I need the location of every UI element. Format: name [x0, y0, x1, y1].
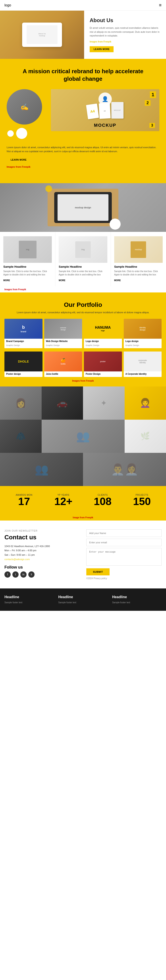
navbar: logo ≡	[0, 0, 166, 11]
sample-card-text-3: Sample link. Click to enter the text box…	[114, 270, 163, 276]
portfolio-section: Our Portfolio Lorem ipsum dolor sit amet…	[0, 293, 166, 387]
person-badge: 👤	[99, 92, 112, 106]
follow-label: Follow us	[5, 565, 80, 570]
about-image: About Usmockup	[0, 11, 84, 59]
mockup-card-3: MOCKUP	[111, 102, 123, 119]
portfolio-info-3: Logo design Graphic Design	[84, 339, 122, 348]
contact-message-input[interactable]	[86, 548, 161, 566]
stat-value-4: 150	[123, 496, 161, 507]
contact-title: Contact us	[5, 534, 80, 541]
portfolio-img-3: HANUMA logo	[84, 319, 122, 339]
portfolio-title-8: A Corporate Identity	[126, 373, 160, 375]
contact-left: JOIN OUR NEWSLETTER Contact us 1043-52 H…	[5, 530, 80, 580]
contact-email[interactable]: contacts@adesign.com	[5, 558, 30, 560]
circle-deco-samples	[110, 219, 121, 230]
contact-email-input[interactable]	[86, 539, 161, 546]
footer-text-2: Sample footer text	[58, 601, 108, 604]
portfolio-item-8[interactable]: corporateidentity A Corporate Identity	[124, 352, 162, 377]
portfolio-item-2[interactable]: websitedesign Web Design Website Graphic…	[44, 319, 82, 348]
portfolio-info-1: Brand Campaign Graphic Design	[5, 339, 43, 348]
mockup-number-3: 3	[149, 123, 155, 128]
stat-item-1: AWARDS WON 17	[5, 490, 44, 510]
address-line1: 1043-52 Hawthorn Avenue, L2Y 416-1900	[5, 544, 80, 549]
social-icons: f t in li	[5, 571, 80, 578]
stats-credit: Image from Freepik	[0, 515, 166, 520]
facebook-icon[interactable]: f	[5, 571, 11, 578]
samples-section: mockup design img Sample Headline Sample…	[0, 183, 166, 293]
portfolio-item-5[interactable]: DHOLE Poster design	[5, 352, 43, 377]
sample-card-text-2: Sample link. Click to enter the text box…	[59, 270, 107, 276]
footer-col-3: Headline Sample footer text	[112, 595, 161, 604]
sample-card-text-1: Sample link. Click to enter the text box…	[3, 270, 52, 276]
mission-round-image: ✍	[6, 89, 42, 124]
address-line2: Mon – Fri: 9:00 am – 4:00 pm	[5, 549, 80, 553]
contact-form: SUBMIT ©2024 Privacy policy	[86, 530, 161, 580]
portfolio-title-2: Web Design Website	[46, 340, 81, 342]
portfolio-img-2: websitedesign	[44, 319, 82, 339]
contact-name-input[interactable]	[86, 530, 161, 537]
contact-address: 1043-52 Hawthorn Avenue, L2Y 416-1900 Mo…	[5, 544, 80, 562]
about-section: About Usmockup About Us Et amet volutit …	[0, 11, 166, 59]
mission-credit: Images from Freepik	[6, 165, 160, 169]
mission-learn-more-button[interactable]: LEARN MORE	[6, 157, 30, 163]
mockup-card-1: A4	[86, 103, 99, 119]
photo-cell-7: 🌿	[124, 420, 166, 453]
portfolio-title-6: Juice bottle	[46, 373, 81, 375]
portfolio-item-1[interactable]: b brand Brand Campaign Graphic Design	[5, 319, 43, 348]
about-learn-more-button[interactable]: LEARN MORE	[89, 46, 113, 52]
photo-cell-9: 👨‍💼👩‍💼	[83, 453, 166, 486]
sample-card-more-1[interactable]: MORE	[3, 279, 10, 282]
stat-item-3: CLIENTS 108	[83, 490, 122, 510]
about-image-credit: Images from Freepik	[89, 40, 160, 44]
instagram-icon[interactable]: in	[20, 571, 27, 578]
portfolio-title-1: Brand Campaign	[6, 340, 41, 342]
portfolio-item-6[interactable]: 🍊 bottle Juice bottle	[44, 352, 82, 377]
portfolio-info-6: Juice bottle	[44, 371, 82, 377]
mission-headline: A mission critical rebrand to help accel…	[17, 68, 149, 83]
about-title: About Us	[89, 17, 160, 24]
portfolio-category-2: Graphic Design	[46, 344, 60, 347]
circle-deco-2	[16, 128, 27, 139]
stat-item-4: PROJECTS 150	[122, 490, 162, 510]
portfolio-img-8: corporateidentity	[124, 352, 162, 371]
sample-card-more-2[interactable]: MORE	[59, 279, 65, 282]
portfolio-item-3[interactable]: HANUMA logo Logo design Graphic Design	[84, 319, 122, 348]
hamburger-menu-icon[interactable]: ≡	[159, 3, 161, 8]
linkedin-icon[interactable]: li	[28, 571, 35, 578]
portfolio-title-7: Poster Design	[86, 373, 120, 375]
mockup-number-2: 2	[145, 100, 150, 106]
portfolio-item-4[interactable]: identitydesign Logo design Graphic Desig…	[124, 319, 162, 348]
circle-deco-yellow	[45, 185, 52, 192]
footer-text-3: Sample footer text	[112, 601, 161, 604]
twitter-icon[interactable]: t	[13, 571, 19, 578]
mission-paragraph: Lorem ipsum dolor sit amet, consectetur …	[6, 146, 160, 153]
mockup-number-1: 1	[150, 91, 156, 98]
stats-section: AWARDS WON 17 YP YEARS 12+ CLIENTS 108 P…	[0, 486, 166, 515]
portfolio-subtitle: Lorem ipsum dolor sit amet, consectetur …	[5, 310, 161, 314]
photo-cell-3: ✦	[83, 387, 124, 420]
sample-card-more-3[interactable]: MORE	[114, 279, 121, 282]
contact-section: JOIN OUR NEWSLETTER Contact us 1043-52 H…	[0, 520, 166, 589]
portfolio-item-7[interactable]: poster Poster Design	[84, 352, 122, 377]
portfolio-category-1: Graphic Design	[6, 344, 20, 347]
mission-section: A mission critical rebrand to help accel…	[0, 59, 166, 183]
stat-value-1: 17	[6, 496, 43, 507]
about-text: Et amet volutit veniam, quis nostrud exe…	[89, 26, 160, 38]
mission-mockup-image: A4 A4 MOCKUP 👤 1 2 3 MOCKUP	[51, 89, 160, 131]
photo-cell-2: 🚗	[42, 387, 83, 420]
portfolio-img-4: identitydesign	[124, 319, 162, 339]
photo-cell-8: 👥	[0, 453, 83, 486]
footer-col-1: Headline Sample footer text	[5, 595, 54, 604]
photo-cell-4: 👩‍🦱	[124, 387, 166, 420]
sample-card-title-3: Sample Headline	[114, 265, 163, 268]
photo-cell-1: 👩	[0, 387, 42, 420]
address-line3: Sat – Sun: 9:00 am – 11 pm	[5, 553, 80, 557]
privacy-link[interactable]: ©2024 Privacy policy	[86, 577, 161, 580]
footer: Headline Sample footer text Headline Sam…	[0, 589, 166, 611]
about-content: About Us Et amet volutit veniam, quis no…	[84, 11, 166, 59]
footer-col-2: Headline Sample footer text	[58, 595, 108, 604]
photo-cell-6: 👥	[42, 420, 124, 453]
contact-submit-button[interactable]: SUBMIT	[86, 568, 110, 575]
sample-card-2: img Sample Headline Sample link. Click t…	[55, 232, 111, 286]
footer-title-1: Headline	[5, 595, 54, 599]
